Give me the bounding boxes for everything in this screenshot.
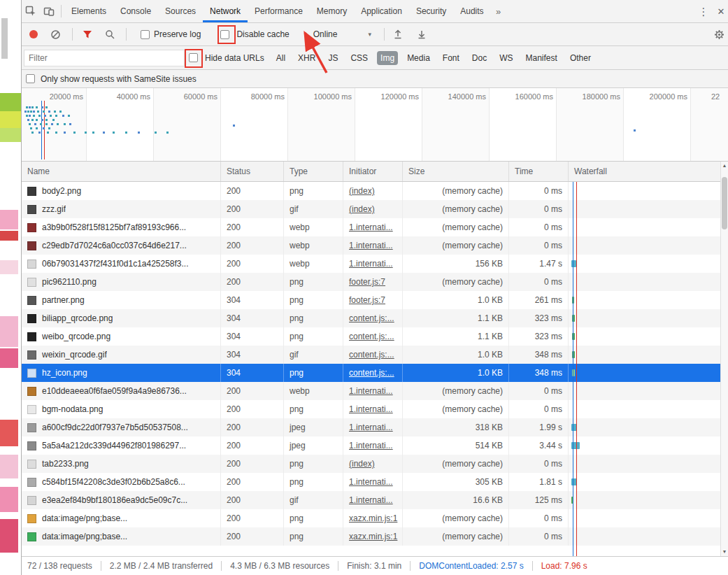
record-button[interactable] xyxy=(29,30,38,38)
initiator-link[interactable]: 1.internati... xyxy=(349,441,393,450)
initiator-link[interactable]: (index) xyxy=(349,186,375,196)
tab-elements[interactable]: Elements xyxy=(64,0,113,22)
table-row[interactable]: hz_icon.png304pngcontent.js:...1.0 KB348… xyxy=(22,364,721,382)
filter-chip-manifest[interactable]: Manifest xyxy=(522,51,561,65)
disable-cache-label[interactable]: Disable cache xyxy=(236,29,289,39)
disable-cache-checkbox[interactable] xyxy=(220,30,229,39)
filter-chip-font[interactable]: Font xyxy=(439,51,463,65)
throttling-dropdown[interactable]: Online ▾ xyxy=(313,29,371,39)
clear-button[interactable] xyxy=(50,29,61,40)
preserve-log-label[interactable]: Preserve log xyxy=(154,29,201,39)
hide-data-urls-checkbox[interactable] xyxy=(189,53,198,62)
devtools-menu-icon[interactable]: ⋮ xyxy=(696,0,711,23)
request-time-cell: 0 ms xyxy=(509,400,569,418)
table-row[interactable]: 06b79031437f2f431f0d1c1a425258f3...200we… xyxy=(22,255,721,273)
filter-chip-xhr[interactable]: XHR xyxy=(294,51,319,65)
initiator-link[interactable]: 1.internati... xyxy=(349,495,393,505)
tab-sources[interactable]: Sources xyxy=(158,0,203,22)
initiator-link[interactable]: content.js:... xyxy=(349,332,394,341)
close-devtools-icon[interactable]: ✕ xyxy=(714,0,728,23)
initiator-link[interactable]: xazx.min.js:1 xyxy=(349,513,397,523)
table-row[interactable]: tab2233.png200png(index)(memory cache)0 … xyxy=(22,455,721,473)
table-row[interactable]: data:image/png;base...200pngxazx.min.js:… xyxy=(22,527,721,546)
initiator-link[interactable]: 1.internati... xyxy=(349,404,393,414)
table-row[interactable]: e3ea2ef84b9bf180186ea9dc5e09c7c...200gif… xyxy=(22,491,721,509)
settings-gear-icon[interactable] xyxy=(714,23,728,46)
column-header-waterfall[interactable]: Waterfall xyxy=(569,162,721,181)
table-row[interactable]: pic962110.png200pngfooter.js:7(memory ca… xyxy=(22,273,721,291)
column-header-initiator[interactable]: Initiator xyxy=(343,162,403,181)
table-row[interactable]: c584bf15f42208c3de3f02b6b25a8c6...200png… xyxy=(22,473,721,491)
table-row[interactable]: weibo_qrcode.png304pngcontent.js:...1.1 … xyxy=(22,327,721,346)
table-row[interactable]: data:image/png;base...200pngxazx.min.js:… xyxy=(22,509,721,527)
request-dot xyxy=(26,115,28,117)
request-waterfall-cell xyxy=(569,327,721,346)
initiator-link[interactable]: content.js:... xyxy=(349,368,394,378)
device-toolbar-icon[interactable] xyxy=(40,0,58,22)
filter-chip-media[interactable]: Media xyxy=(404,51,434,65)
initiator-link[interactable]: 1.internati... xyxy=(349,222,393,232)
table-row[interactable]: a3b9b0f528f15f8125bf7af89193c966...200we… xyxy=(22,218,721,236)
tab-memory[interactable]: Memory xyxy=(310,0,354,22)
samesite-checkbox[interactable] xyxy=(26,74,35,83)
tab-audits[interactable]: Audits xyxy=(453,0,490,22)
import-har-button[interactable] xyxy=(393,29,403,39)
filter-chip-doc[interactable]: Doc xyxy=(469,51,490,65)
filter-chip-ws[interactable]: WS xyxy=(496,51,516,65)
initiator-link[interactable]: footer.js:7 xyxy=(349,277,385,287)
hide-data-urls-label[interactable]: Hide data URLs xyxy=(205,53,264,63)
tab-performance[interactable]: Performance xyxy=(248,0,310,22)
tab-security[interactable]: Security xyxy=(409,0,453,22)
column-header-time[interactable]: Time xyxy=(509,162,569,181)
filter-chip-css[interactable]: CSS xyxy=(347,51,371,65)
tab-console[interactable]: Console xyxy=(113,0,158,22)
initiator-link[interactable]: 1.internati... xyxy=(349,423,393,432)
more-tabs-icon[interactable]: » xyxy=(491,0,506,22)
column-header-type[interactable]: Type xyxy=(284,162,343,181)
table-row[interactable]: a600cf9dc22d0f7937e7b5d50537508...200jpe… xyxy=(22,418,721,436)
scroll-down-icon[interactable]: ▼ xyxy=(721,548,728,556)
preserve-log-checkbox[interactable] xyxy=(141,30,150,39)
samesite-label[interactable]: Only show requests with SameSite issues xyxy=(41,74,197,84)
request-size-cell: (memory cache) xyxy=(403,400,509,418)
table-scrollbar[interactable]: ▲ ▼ xyxy=(720,162,728,556)
initiator-link[interactable]: 1.internati... xyxy=(349,477,393,487)
table-row[interactable]: weixin_qrcode.gif304gifcontent.js:...1.0… xyxy=(22,346,721,364)
table-row[interactable]: bgm-nodata.png200png1.internati...(memor… xyxy=(22,400,721,418)
initiator-link[interactable]: xazx.min.js:1 xyxy=(349,532,397,541)
filter-chip-all[interactable]: All xyxy=(273,51,289,65)
filter-chip-js[interactable]: JS xyxy=(324,51,341,65)
search-button[interactable] xyxy=(105,29,115,39)
initiator-link[interactable]: (index) xyxy=(349,204,375,214)
network-overview[interactable]: 20000 ms40000 ms60000 ms80000 ms100000 m… xyxy=(22,88,728,162)
initiator-link[interactable]: 1.internati... xyxy=(349,241,393,250)
initiator-link[interactable]: 1.internati... xyxy=(349,259,393,269)
initiator-link[interactable]: (index) xyxy=(349,459,375,469)
initiator-link[interactable]: 1.internati... xyxy=(349,386,393,396)
export-har-button[interactable] xyxy=(417,29,427,39)
table-row[interactable]: partner.png304pngfooter.js:71.0 KB261 ms xyxy=(22,291,721,309)
inspect-element-icon[interactable] xyxy=(22,0,40,22)
initiator-link[interactable]: footer.js:7 xyxy=(349,295,385,305)
column-header-status[interactable]: Status xyxy=(221,162,284,181)
table-row[interactable]: biliapp_qrcode.png304pngcontent.js:...1.… xyxy=(22,309,721,327)
tab-application[interactable]: Application xyxy=(354,0,409,22)
table-row[interactable]: 5a5a4a212dc339d44962f801986297...200jpeg… xyxy=(22,436,721,455)
request-initiator-cell: xazx.min.js:1 xyxy=(343,527,403,546)
table-row[interactable]: e10ddeaeea0f6fae059f9a4a9e86736...200web… xyxy=(22,382,721,400)
initiator-link[interactable]: content.js:... xyxy=(349,313,394,323)
column-header-size[interactable]: Size xyxy=(403,162,509,181)
filter-input[interactable] xyxy=(24,50,185,66)
filter-chip-img[interactable]: Img xyxy=(377,51,398,65)
table-row[interactable]: zzz.gif200gif(index)(memory cache)0 ms xyxy=(22,200,721,218)
table-row[interactable]: c29edb7d7024c6a0cc037c64d6e217...200webp… xyxy=(22,236,721,255)
scrollbar-thumb[interactable] xyxy=(722,177,727,229)
filter-chip-other[interactable]: Other xyxy=(566,51,594,65)
request-time-cell: 3.44 s xyxy=(509,436,569,455)
initiator-link[interactable]: content.js:... xyxy=(349,350,394,360)
tab-network[interactable]: Network xyxy=(203,0,248,22)
column-header-name[interactable]: Name xyxy=(22,162,221,181)
scroll-up-icon[interactable]: ▲ xyxy=(721,162,728,170)
table-row[interactable]: body2.png200png(index)(memory cache)0 ms xyxy=(22,182,721,200)
filter-toggle-button[interactable] xyxy=(83,29,92,39)
